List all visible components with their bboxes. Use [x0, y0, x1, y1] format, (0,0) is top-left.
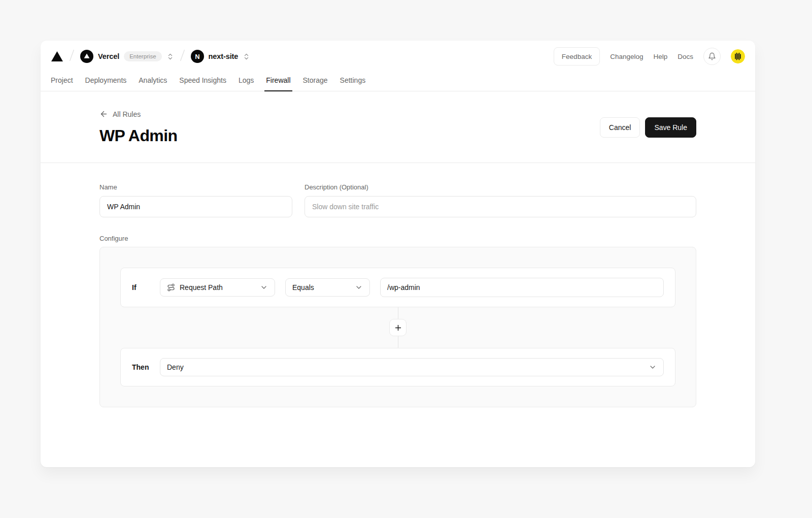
docs-link[interactable]: Docs	[678, 53, 693, 60]
tab-storage[interactable]: Storage	[297, 69, 334, 91]
tab-firewall[interactable]: Firewall	[260, 69, 296, 91]
rule-header-actions: Cancel Save Rule	[600, 117, 696, 163]
help-link[interactable]: Help	[653, 53, 667, 60]
back-link-label: All Rules	[113, 110, 141, 118]
dashboard-window: Vercel Enterprise N next-site Feedbac	[41, 41, 755, 467]
if-condition-card: If Request Path Equals	[120, 268, 675, 307]
tab-deployments[interactable]: Deployments	[79, 69, 133, 91]
rule-form: Name Description (Optional) Configure If…	[41, 163, 755, 407]
tab-logs[interactable]: Logs	[232, 69, 260, 91]
org-name: Vercel	[98, 52, 119, 60]
name-description-row: Name Description (Optional)	[99, 183, 696, 217]
breadcrumb: Vercel Enterprise N next-site	[51, 48, 250, 64]
chevron-down-icon	[260, 283, 268, 292]
user-avatar[interactable]	[731, 49, 745, 63]
action-value: Deny	[167, 363, 184, 371]
feedback-button[interactable]: Feedback	[554, 47, 600, 66]
then-label: Then	[132, 363, 160, 371]
back-to-all-rules-link[interactable]: All Rules	[99, 110, 141, 118]
chevrons-updown-icon[interactable]	[166, 53, 174, 60]
condition-operator-select[interactable]: Equals	[285, 278, 370, 297]
vercel-logo-icon[interactable]	[51, 51, 63, 62]
rule-header: All Rules WP Admin Cancel Save Rule	[41, 91, 755, 163]
then-action-card: Then Deny	[120, 348, 675, 386]
project-name: next-site	[209, 52, 239, 60]
description-input[interactable]	[304, 196, 696, 217]
name-input[interactable]	[99, 196, 292, 217]
condition-operator-value: Equals	[292, 283, 314, 292]
topbar: Vercel Enterprise N next-site Feedbac	[41, 41, 755, 69]
project-nav-tabs: Project Deployments Analytics Speed Insi…	[41, 69, 755, 91]
project-switcher[interactable]: N next-site	[191, 50, 251, 63]
svg-text:N: N	[195, 53, 199, 60]
chevron-down-icon	[355, 283, 363, 292]
tab-analytics[interactable]: Analytics	[132, 69, 173, 91]
tab-project[interactable]: Project	[45, 69, 79, 91]
tab-settings[interactable]: Settings	[334, 69, 372, 91]
condition-connector	[120, 307, 675, 348]
if-label: If	[132, 283, 160, 292]
route-icon	[167, 283, 175, 292]
name-label: Name	[99, 183, 292, 191]
condition-value-input[interactable]	[380, 278, 664, 297]
slash-icon	[179, 48, 186, 64]
notifications-button[interactable]	[703, 48, 721, 65]
rule-header-left: All Rules WP Admin	[99, 110, 177, 163]
configure-label: Configure	[99, 235, 696, 242]
condition-field-value: Request Path	[180, 283, 223, 292]
topbar-actions: Feedback Changelog Help Docs	[554, 47, 745, 66]
org-avatar-icon	[80, 50, 93, 63]
page-title: WP Admin	[99, 125, 177, 146]
save-rule-button[interactable]: Save Rule	[645, 117, 696, 138]
bell-icon	[708, 52, 716, 60]
changelog-link[interactable]: Changelog	[610, 53, 643, 60]
action-select[interactable]: Deny	[160, 358, 664, 376]
plan-badge: Enterprise	[124, 51, 161, 61]
chevrons-updown-icon[interactable]	[243, 53, 250, 60]
plus-icon	[394, 323, 402, 332]
description-field-group: Description (Optional)	[304, 183, 696, 217]
project-avatar-icon: N	[191, 50, 204, 63]
condition-field-select[interactable]: Request Path	[160, 278, 275, 297]
cancel-button[interactable]: Cancel	[600, 117, 640, 138]
arrow-left-icon	[99, 110, 108, 118]
tab-speed-insights[interactable]: Speed Insights	[173, 69, 232, 91]
team-switcher[interactable]: Vercel Enterprise	[80, 50, 174, 63]
configure-box: If Request Path Equals	[99, 247, 696, 407]
slash-icon	[69, 48, 75, 64]
description-label: Description (Optional)	[304, 183, 696, 191]
add-condition-button[interactable]	[389, 319, 407, 336]
chevron-down-icon	[649, 363, 657, 371]
name-field-group: Name	[99, 183, 292, 217]
